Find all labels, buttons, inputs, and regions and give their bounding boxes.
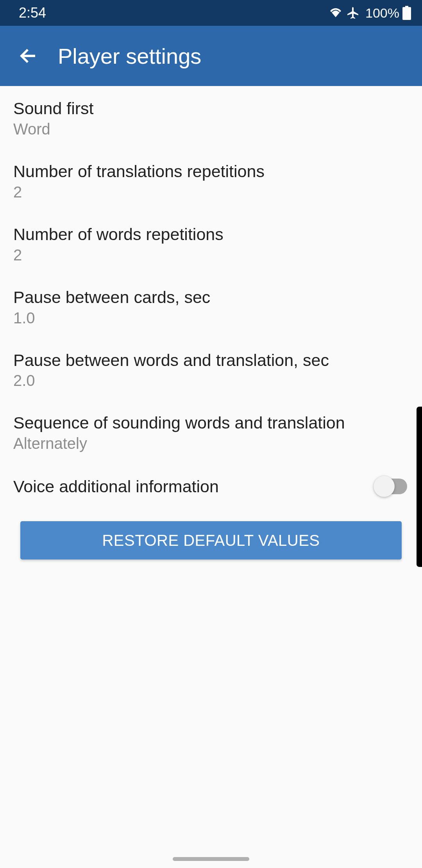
status-icons: 100% <box>329 5 411 21</box>
setting-value: 1.0 <box>13 309 409 327</box>
setting-value: 2.0 <box>13 372 409 389</box>
setting-title: Number of translations repetitions <box>13 161 409 183</box>
back-button[interactable] <box>9 37 47 75</box>
wifi-icon <box>329 7 343 19</box>
settings-list: Sound first Word Number of translations … <box>0 86 422 570</box>
setting-title: Sound first <box>13 98 409 120</box>
toggle-switch[interactable] <box>374 476 409 497</box>
arrow-left-icon <box>18 46 38 66</box>
status-bar: 2:54 100% <box>0 0 422 26</box>
page-title: Player settings <box>58 43 201 69</box>
airplane-icon <box>346 6 360 20</box>
app-bar: Player settings <box>0 26 422 86</box>
setting-pause-cards[interactable]: Pause between cards, sec 1.0 <box>0 275 422 338</box>
setting-value: 2 <box>13 183 409 201</box>
battery-percent: 100% <box>365 5 399 21</box>
scroll-indicator[interactable] <box>417 407 422 567</box>
setting-title: Number of words repetitions <box>13 224 409 246</box>
setting-title: Pause between words and translation, sec <box>13 350 409 371</box>
toggle-thumb <box>374 476 395 497</box>
setting-words-reps[interactable]: Number of words repetitions 2 <box>0 212 422 275</box>
setting-sequence[interactable]: Sequence of sounding words and translati… <box>0 400 422 463</box>
setting-value: Word <box>13 120 409 138</box>
setting-title: Voice additional information <box>13 477 219 496</box>
setting-voice-additional[interactable]: Voice additional information <box>0 463 422 511</box>
status-time: 2:54 <box>19 5 46 21</box>
setting-pause-word-translation[interactable]: Pause between words and translation, sec… <box>0 338 422 401</box>
restore-button-container: RESTORE DEFAULT VALUES <box>0 511 422 570</box>
setting-sound-first[interactable]: Sound first Word <box>0 86 422 149</box>
setting-value: 2 <box>13 246 409 264</box>
restore-defaults-button[interactable]: RESTORE DEFAULT VALUES <box>20 521 402 560</box>
nav-home-handle[interactable] <box>173 857 249 861</box>
setting-value: Alternately <box>13 435 409 452</box>
setting-title: Sequence of sounding words and translati… <box>13 412 409 434</box>
setting-title: Pause between cards, sec <box>13 287 409 308</box>
setting-translations-reps[interactable]: Number of translations repetitions 2 <box>0 149 422 212</box>
battery-icon <box>402 6 411 20</box>
